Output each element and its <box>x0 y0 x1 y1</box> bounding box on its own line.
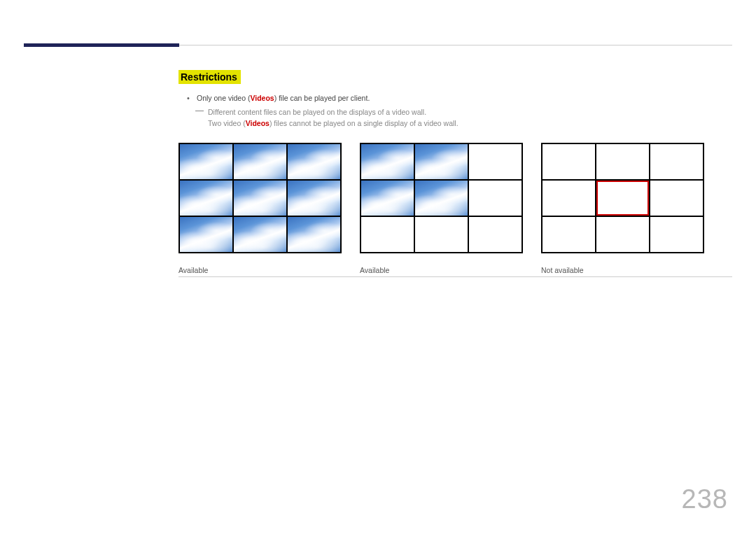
caption-figure-1: Available <box>178 266 342 274</box>
video-wall-grid-full <box>178 143 342 253</box>
grid-cell-empty <box>650 144 703 179</box>
grid-cell-sky <box>415 181 468 216</box>
grid-cell-empty <box>596 144 649 179</box>
grid-cell-empty <box>361 217 414 252</box>
dash-icon <box>195 111 204 111</box>
bullet-item: Only one video (Videos) file can be play… <box>180 94 732 102</box>
grid-cell-empty <box>542 181 595 216</box>
figure-3 <box>541 143 704 253</box>
bullet-text-prefix: Only one video ( <box>197 94 250 102</box>
caption-row: Available Available Not available <box>178 266 732 277</box>
grid-cell-sky <box>288 181 340 216</box>
bullet-text-suffix: ) file can be played per client. <box>274 94 370 102</box>
grid-cell-sky <box>288 217 340 252</box>
figure-1 <box>178 143 342 253</box>
grid-cell-sky <box>180 144 232 179</box>
grid-cell-empty <box>415 217 468 252</box>
grid-cell-sky <box>415 144 468 179</box>
bullet-text-emphasis: Videos <box>250 94 274 102</box>
header-accent-bar <box>24 43 179 47</box>
figure-2 <box>360 143 523 253</box>
sub-bullet-1: Different content files can be played on… <box>180 108 732 116</box>
grid-cell-empty <box>542 217 595 252</box>
content-area: Restrictions Only one video (Videos) fil… <box>178 70 732 277</box>
sub-bullet-2: Two video (Videos) files cannot be playe… <box>180 119 732 127</box>
grid-cell-empty <box>650 217 703 252</box>
grid-cell-sky <box>234 217 286 252</box>
grid-cell-sky <box>234 144 286 179</box>
caption-figure-3: Not available <box>541 266 704 274</box>
grid-cell-empty <box>469 144 522 179</box>
grid-cell-sky <box>288 144 340 179</box>
caption-figure-2: Available <box>360 266 523 274</box>
grid-cell-empty <box>469 217 522 252</box>
grid-cell-sky <box>234 181 286 216</box>
sub-bullet-2-suffix: ) files cannot be played on a single dis… <box>270 119 458 127</box>
grid-cell-sky <box>180 217 232 252</box>
video-wall-grid-invalid <box>541 143 704 253</box>
page-number: 238 <box>682 484 728 514</box>
sub-bullet-2-prefix: Two video ( <box>208 119 246 127</box>
grid-cell-sky <box>180 181 232 216</box>
grid-cell-sky <box>361 144 414 179</box>
section-title: Restrictions <box>178 70 241 84</box>
bullet-list: Only one video (Videos) file can be play… <box>180 94 732 127</box>
grid-cell-empty <box>542 144 595 179</box>
sub-bullet-1-text: Different content files can be played on… <box>208 108 426 116</box>
grid-cell-sky <box>361 181 414 216</box>
grid-cell-invalid <box>596 181 649 216</box>
figures-row <box>178 143 732 253</box>
grid-cell-empty <box>650 181 703 216</box>
grid-cell-empty <box>596 217 649 252</box>
grid-cell-empty <box>469 181 522 216</box>
sub-bullet-2-emphasis: Videos <box>246 119 270 127</box>
video-wall-grid-partial <box>360 143 523 253</box>
